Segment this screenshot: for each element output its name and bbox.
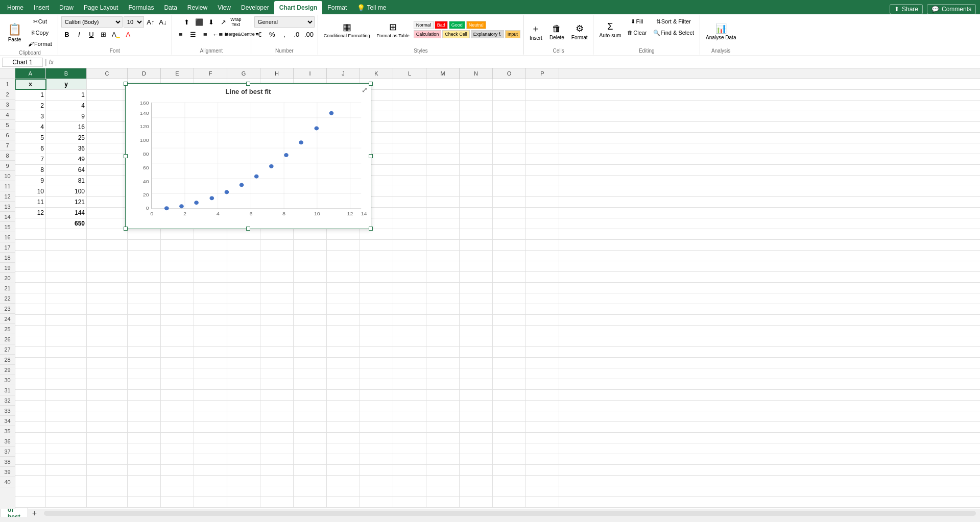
cell-b5[interactable]: 16 <box>46 122 87 132</box>
align-bottom-button[interactable]: ⬇ <box>206 16 217 28</box>
tab-formulas[interactable]: Formulas <box>123 1 159 14</box>
chart-expand-icon[interactable]: ⤢ <box>362 86 368 94</box>
fill-color-button[interactable]: A_ <box>110 29 122 40</box>
cell-b6[interactable]: 25 <box>46 133 87 143</box>
clear-button[interactable]: 🗑 Clear <box>625 28 649 38</box>
row-header-5[interactable]: 5 <box>0 120 15 130</box>
row-header-6[interactable]: 6 <box>0 130 15 140</box>
format-painter-button[interactable]: 🖌 Format <box>26 39 55 49</box>
align-center-button[interactable]: ☰ <box>187 29 199 40</box>
underline-button[interactable]: U <box>86 29 97 40</box>
tab-chart-design[interactable]: Chart Design <box>274 1 323 14</box>
cell-a3[interactable]: 2 <box>15 101 46 111</box>
cell-c13[interactable] <box>87 208 128 218</box>
cell-a11[interactable]: 10 <box>15 186 46 196</box>
paste-button[interactable]: 📋 Paste <box>5 21 24 44</box>
cell-p14[interactable] <box>526 218 559 229</box>
cell-a5[interactable]: 4 <box>15 122 46 132</box>
tab-page-layout[interactable]: Page Layout <box>79 1 123 14</box>
row-header-22[interactable]: 22 <box>0 293 15 304</box>
row-header-39[interactable]: 39 <box>0 467 15 477</box>
increase-font-button[interactable]: A↑ <box>145 16 156 28</box>
col-header-i[interactable]: I <box>294 68 327 79</box>
conditional-formatting-button[interactable]: ▦ Conditional Formatting <box>321 16 373 43</box>
cell-a1[interactable]: x <box>15 79 46 89</box>
row-header-31[interactable]: 31 <box>0 385 15 395</box>
auto-sum-button[interactable]: Σ Auto-sum <box>596 16 624 43</box>
cell-c3[interactable] <box>87 101 128 111</box>
cell-c8[interactable] <box>87 154 128 164</box>
row-header-11[interactable]: 11 <box>0 181 15 191</box>
chart-resize-top-left[interactable] <box>124 82 128 86</box>
col-header-j[interactable]: J <box>327 68 360 79</box>
col-header-n[interactable]: N <box>460 68 493 79</box>
cell-a6[interactable]: 5 <box>15 133 46 143</box>
row-header-38[interactable]: 38 <box>0 457 15 467</box>
cell-b14[interactable]: 650 <box>46 218 87 229</box>
col-header-o[interactable]: O <box>493 68 526 79</box>
row-header-3[interactable]: 3 <box>0 100 15 110</box>
cell-b4[interactable]: 9 <box>46 111 87 121</box>
formula-input[interactable] <box>56 58 978 66</box>
calculation-style[interactable]: Calculation <box>414 30 442 38</box>
align-left-button[interactable]: ≡ <box>175 29 186 40</box>
row-header-15[interactable]: 15 <box>0 222 15 232</box>
cell-n14[interactable] <box>460 218 493 229</box>
cell-b3[interactable]: 4 <box>46 101 87 111</box>
cell-c4[interactable] <box>87 111 128 121</box>
cell-b11[interactable]: 100 <box>46 186 87 196</box>
cell-o1[interactable] <box>493 79 526 89</box>
cell-b9[interactable]: 64 <box>46 165 87 175</box>
cell-a10[interactable]: 9 <box>15 176 46 186</box>
name-box[interactable] <box>2 58 43 67</box>
col-header-h[interactable]: H <box>260 68 294 79</box>
cell-m14[interactable] <box>426 218 460 229</box>
tab-review[interactable]: Review <box>182 1 212 14</box>
decrease-indent-button[interactable]: ←≡ <box>212 29 223 40</box>
cell-p1[interactable] <box>526 79 559 89</box>
font-name-select[interactable]: Calibri (Body) <box>61 16 123 28</box>
font-color-button[interactable]: A <box>123 29 134 40</box>
row-header-21[interactable]: 21 <box>0 283 15 293</box>
format-as-table-button[interactable]: ⊞ Format as Table <box>374 16 412 43</box>
horizontal-scrollbar[interactable] <box>44 511 976 516</box>
tab-tell-me[interactable]: 💡 Tell me <box>352 1 391 14</box>
row-header-32[interactable]: 32 <box>0 395 15 406</box>
tab-draw[interactable]: Draw <box>54 1 79 14</box>
cell-m1[interactable] <box>426 79 460 89</box>
cut-button[interactable]: ✂ Cut <box>26 16 55 27</box>
row-header-35[interactable]: 35 <box>0 426 15 436</box>
col-header-g[interactable]: G <box>227 68 260 79</box>
neutral-style[interactable]: Neutral <box>466 21 486 29</box>
cell-l1[interactable] <box>393 79 426 89</box>
cell-a2[interactable]: 1 <box>15 90 46 100</box>
row-header-37[interactable]: 37 <box>0 446 15 457</box>
chart-resize-top-right[interactable] <box>369 82 373 86</box>
row-header-8[interactable]: 8 <box>0 151 15 161</box>
fill-button[interactable]: ⬇ Fill <box>625 16 649 27</box>
col-header-k[interactable]: K <box>360 68 393 79</box>
tab-home[interactable]: Home <box>2 1 29 14</box>
tab-format[interactable]: Format <box>322 1 352 14</box>
row-header-4[interactable]: 4 <box>0 110 15 120</box>
input-style[interactable]: Input <box>505 30 520 38</box>
cell-c11[interactable] <box>87 186 128 196</box>
cell-a4[interactable]: 3 <box>15 111 46 121</box>
bad-style[interactable]: Bad <box>435 21 448 29</box>
chart-resize-bot-left[interactable] <box>124 227 128 231</box>
cell-c12[interactable] <box>87 197 128 207</box>
row-header-40[interactable]: 40 <box>0 477 15 487</box>
share-button[interactable]: ⬆ Share <box>890 4 923 14</box>
cell-c7[interactable] <box>87 143 128 154</box>
check-cell-style[interactable]: Check Cell <box>442 30 470 38</box>
col-header-m[interactable]: M <box>426 68 460 79</box>
row-header-25[interactable]: 25 <box>0 324 15 334</box>
font-size-select[interactable]: 10 <box>124 16 144 28</box>
cell-o14[interactable] <box>493 218 526 229</box>
tab-view[interactable]: View <box>212 1 236 14</box>
row-header-10[interactable]: 10 <box>0 171 15 181</box>
row-header-1[interactable]: 1 <box>0 79 15 89</box>
cell-b1[interactable]: y <box>46 79 87 89</box>
decrease-decimal-button[interactable]: .0 <box>291 29 302 40</box>
cell-l14[interactable] <box>393 218 426 229</box>
